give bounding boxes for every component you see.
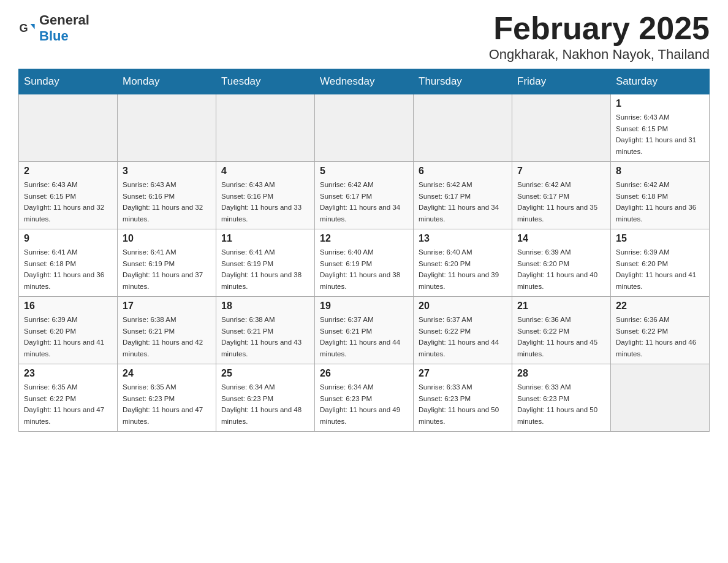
header-sunday: Sunday	[19, 69, 118, 94]
day-number: 16	[24, 301, 112, 312]
day-number: 3	[123, 166, 211, 177]
day-info: Sunrise: 6:42 AMSunset: 6:17 PMDaylight:…	[320, 181, 400, 223]
calendar-cell: 15 Sunrise: 6:39 AMSunset: 6:20 PMDaylig…	[611, 229, 710, 297]
calendar-cell	[118, 94, 216, 162]
calendar-cell	[19, 94, 118, 162]
calendar-cell: 26 Sunrise: 6:34 AMSunset: 6:23 PMDaylig…	[315, 364, 414, 432]
day-info: Sunrise: 6:42 AMSunset: 6:18 PMDaylight:…	[616, 181, 696, 223]
day-info: Sunrise: 6:40 AMSunset: 6:20 PMDaylight:…	[419, 248, 499, 290]
logo-blue: Blue	[39, 28, 69, 44]
day-number: 11	[221, 233, 309, 244]
day-number: 28	[517, 368, 605, 379]
day-info: Sunrise: 6:39 AMSunset: 6:20 PMDaylight:…	[616, 248, 696, 290]
day-number: 19	[320, 301, 408, 312]
calendar-cell: 20 Sunrise: 6:37 AMSunset: 6:22 PMDaylig…	[414, 297, 512, 364]
day-info: Sunrise: 6:34 AMSunset: 6:23 PMDaylight:…	[320, 383, 400, 425]
calendar-cell: 27 Sunrise: 6:33 AMSunset: 6:23 PMDaylig…	[414, 364, 512, 432]
calendar-cell	[512, 94, 611, 162]
page-header: G General Blue February 2025 Ongkharak, …	[18, 12, 710, 63]
day-number: 23	[24, 368, 112, 379]
weekday-header-row: Sunday Monday Tuesday Wednesday Thursday…	[19, 69, 710, 94]
logo-text: General Blue	[39, 12, 89, 44]
day-number: 25	[221, 368, 309, 379]
logo: G General Blue	[18, 12, 89, 44]
day-info: Sunrise: 6:39 AMSunset: 6:20 PMDaylight:…	[517, 248, 597, 290]
day-number: 14	[517, 233, 605, 244]
day-number: 2	[24, 166, 112, 177]
day-info: Sunrise: 6:41 AMSunset: 6:19 PMDaylight:…	[123, 248, 203, 290]
calendar-table: Sunday Monday Tuesday Wednesday Thursday…	[18, 69, 710, 432]
day-info: Sunrise: 6:37 AMSunset: 6:21 PMDaylight:…	[320, 316, 400, 358]
day-number: 6	[419, 166, 507, 177]
day-number: 24	[123, 368, 211, 379]
day-number: 4	[221, 166, 309, 177]
day-info: Sunrise: 6:40 AMSunset: 6:19 PMDaylight:…	[320, 248, 400, 290]
day-number: 12	[320, 233, 408, 244]
day-number: 17	[123, 301, 211, 312]
header-monday: Monday	[118, 69, 216, 94]
calendar-cell: 14 Sunrise: 6:39 AMSunset: 6:20 PMDaylig…	[512, 229, 611, 297]
calendar-cell: 17 Sunrise: 6:38 AMSunset: 6:21 PMDaylig…	[118, 297, 216, 364]
calendar-cell	[414, 94, 512, 162]
day-info: Sunrise: 6:42 AMSunset: 6:17 PMDaylight:…	[419, 181, 499, 223]
header-friday: Friday	[512, 69, 611, 94]
day-info: Sunrise: 6:33 AMSunset: 6:23 PMDaylight:…	[419, 383, 499, 425]
calendar-cell: 6 Sunrise: 6:42 AMSunset: 6:17 PMDayligh…	[414, 162, 512, 229]
calendar-header: Sunday Monday Tuesday Wednesday Thursday…	[19, 69, 710, 94]
calendar-cell: 23 Sunrise: 6:35 AMSunset: 6:22 PMDaylig…	[19, 364, 118, 432]
calendar-cell: 19 Sunrise: 6:37 AMSunset: 6:21 PMDaylig…	[315, 297, 414, 364]
month-title: February 2025	[489, 12, 710, 44]
svg-marker-1	[31, 24, 35, 29]
day-number: 22	[616, 301, 704, 312]
calendar-cell: 12 Sunrise: 6:40 AMSunset: 6:19 PMDaylig…	[315, 229, 414, 297]
day-info: Sunrise: 6:43 AMSunset: 6:15 PMDaylight:…	[24, 181, 104, 223]
calendar-cell: 1 Sunrise: 6:43 AMSunset: 6:15 PMDayligh…	[611, 94, 710, 162]
calendar-week-5: 23 Sunrise: 6:35 AMSunset: 6:22 PMDaylig…	[19, 364, 710, 432]
logo-general: General	[39, 12, 89, 28]
day-number: 13	[419, 233, 507, 244]
day-info: Sunrise: 6:42 AMSunset: 6:17 PMDaylight:…	[517, 181, 597, 223]
calendar-week-4: 16 Sunrise: 6:39 AMSunset: 6:20 PMDaylig…	[19, 297, 710, 364]
calendar-cell: 3 Sunrise: 6:43 AMSunset: 6:16 PMDayligh…	[118, 162, 216, 229]
day-info: Sunrise: 6:35 AMSunset: 6:23 PMDaylight:…	[123, 383, 203, 425]
day-number: 8	[616, 166, 704, 177]
day-info: Sunrise: 6:41 AMSunset: 6:19 PMDaylight:…	[221, 248, 301, 290]
day-number: 21	[517, 301, 605, 312]
day-info: Sunrise: 6:43 AMSunset: 6:16 PMDaylight:…	[221, 181, 301, 223]
day-info: Sunrise: 6:36 AMSunset: 6:22 PMDaylight:…	[616, 316, 696, 358]
calendar-week-3: 9 Sunrise: 6:41 AMSunset: 6:18 PMDayligh…	[19, 229, 710, 297]
day-number: 15	[616, 233, 704, 244]
day-number: 7	[517, 166, 605, 177]
day-info: Sunrise: 6:38 AMSunset: 6:21 PMDaylight:…	[221, 316, 301, 358]
calendar-week-1: 1 Sunrise: 6:43 AMSunset: 6:15 PMDayligh…	[19, 94, 710, 162]
calendar-cell: 16 Sunrise: 6:39 AMSunset: 6:20 PMDaylig…	[19, 297, 118, 364]
title-section: February 2025 Ongkharak, Nakhon Nayok, T…	[489, 12, 710, 63]
day-info: Sunrise: 6:39 AMSunset: 6:20 PMDaylight:…	[24, 316, 104, 358]
day-number: 20	[419, 301, 507, 312]
day-number: 10	[123, 233, 211, 244]
day-number: 1	[616, 98, 704, 109]
day-info: Sunrise: 6:34 AMSunset: 6:23 PMDaylight:…	[221, 383, 301, 425]
calendar-cell: 4 Sunrise: 6:43 AMSunset: 6:16 PMDayligh…	[216, 162, 315, 229]
calendar-cell	[315, 94, 414, 162]
calendar-week-2: 2 Sunrise: 6:43 AMSunset: 6:15 PMDayligh…	[19, 162, 710, 229]
header-thursday: Thursday	[414, 69, 512, 94]
header-wednesday: Wednesday	[315, 69, 414, 94]
day-info: Sunrise: 6:41 AMSunset: 6:18 PMDaylight:…	[24, 248, 104, 290]
day-info: Sunrise: 6:43 AMSunset: 6:16 PMDaylight:…	[123, 181, 203, 223]
calendar-body: 1 Sunrise: 6:43 AMSunset: 6:15 PMDayligh…	[19, 94, 710, 432]
day-info: Sunrise: 6:36 AMSunset: 6:22 PMDaylight:…	[517, 316, 597, 358]
calendar-cell: 28 Sunrise: 6:33 AMSunset: 6:23 PMDaylig…	[512, 364, 611, 432]
svg-text:G: G	[19, 22, 28, 34]
day-number: 27	[419, 368, 507, 379]
calendar-cell: 11 Sunrise: 6:41 AMSunset: 6:19 PMDaylig…	[216, 229, 315, 297]
calendar-cell: 25 Sunrise: 6:34 AMSunset: 6:23 PMDaylig…	[216, 364, 315, 432]
header-tuesday: Tuesday	[216, 69, 315, 94]
calendar-cell: 5 Sunrise: 6:42 AMSunset: 6:17 PMDayligh…	[315, 162, 414, 229]
day-number: 26	[320, 368, 408, 379]
day-info: Sunrise: 6:35 AMSunset: 6:22 PMDaylight:…	[24, 383, 104, 425]
calendar-cell: 8 Sunrise: 6:42 AMSunset: 6:18 PMDayligh…	[611, 162, 710, 229]
header-saturday: Saturday	[611, 69, 710, 94]
calendar-cell: 22 Sunrise: 6:36 AMSunset: 6:22 PMDaylig…	[611, 297, 710, 364]
calendar-cell: 2 Sunrise: 6:43 AMSunset: 6:15 PMDayligh…	[19, 162, 118, 229]
